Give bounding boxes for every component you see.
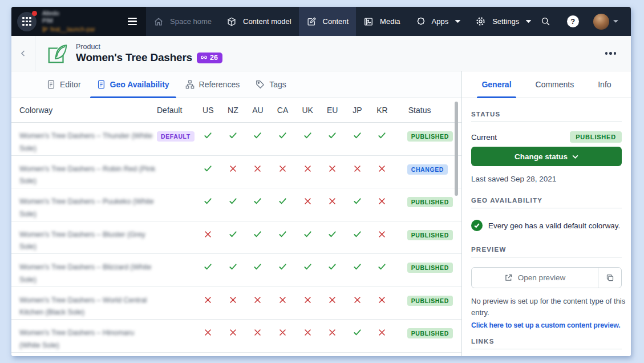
cross-icon-us[interactable]	[196, 221, 221, 254]
cross-icon-eu[interactable]	[320, 320, 345, 352]
check-icon-au[interactable]	[245, 221, 270, 254]
cross-icon-kr[interactable]	[370, 156, 395, 188]
cross-icon-jp[interactable]	[345, 287, 370, 320]
check-icon-kr[interactable]	[370, 254, 395, 287]
org-space: PIM	[42, 17, 95, 25]
nav-apps[interactable]: Apps	[408, 7, 468, 36]
check-icon-nz[interactable]	[221, 123, 246, 155]
cross-icon-au[interactable]	[245, 320, 270, 352]
nav-media[interactable]: Media	[356, 7, 407, 36]
tab-editor[interactable]: Editor	[39, 71, 89, 98]
tab-geo-availability[interactable]: Geo Availability	[89, 71, 177, 98]
cross-icon-kr[interactable]	[370, 221, 395, 254]
cross-icon-jp[interactable]	[345, 156, 370, 188]
help-button[interactable]: ?	[566, 11, 580, 33]
check-icon-us[interactable]	[196, 188, 221, 221]
cross-icon-us[interactable]	[196, 320, 221, 352]
chevron-down-icon	[455, 20, 460, 23]
check-icon-jp[interactable]	[345, 123, 370, 155]
cross-icon-kr[interactable]	[370, 188, 395, 221]
tab-references[interactable]: References	[177, 71, 248, 98]
check-icon-ca[interactable]	[270, 188, 295, 221]
back-button[interactable]	[11, 36, 35, 71]
check-icon-jp[interactable]	[345, 254, 370, 287]
preview-setup-link[interactable]: Click here to set up a custom content pr…	[471, 321, 622, 329]
tab-general[interactable]: General	[481, 71, 511, 98]
change-status-button[interactable]: Change status	[471, 147, 622, 166]
check-icon-us[interactable]	[196, 254, 221, 287]
colorway-row[interactable]: Women's Tree Dashers – Thunder (White So…	[11, 123, 461, 156]
cross-icon-ca[interactable]	[270, 156, 295, 188]
colorway-row[interactable]: Women's Tree Dashers – World Central Kit…	[11, 287, 461, 320]
colorway-row[interactable]: Women's Tree Dashers – Puukeko (White So…	[11, 188, 461, 221]
references-icon	[185, 80, 195, 89]
check-icon-uk[interactable]	[295, 221, 320, 254]
check-icon-us[interactable]	[196, 156, 221, 188]
cross-icon-nz[interactable]	[221, 320, 246, 352]
last-saved: Last saved Sep 28, 2021	[471, 175, 622, 183]
col-nz: NZ	[221, 106, 246, 115]
check-icon-eu[interactable]	[320, 123, 345, 155]
cross-icon-nz[interactable]	[221, 156, 246, 188]
check-icon-nz[interactable]	[221, 254, 246, 287]
cross-icon-eu[interactable]	[320, 287, 345, 320]
cross-icon-eu[interactable]	[320, 188, 345, 221]
cross-icon-uk[interactable]	[295, 287, 320, 320]
cross-icon-ca[interactable]	[270, 320, 295, 352]
row-status-badge: PUBLISHED	[407, 197, 453, 207]
tab-comments[interactable]: Comments	[536, 71, 574, 98]
check-icon-uk[interactable]	[295, 123, 320, 155]
cross-icon-kr[interactable]	[370, 287, 395, 320]
account-menu[interactable]	[593, 14, 618, 30]
links-count-badge[interactable]: 26	[197, 53, 222, 63]
check-icon-nz[interactable]	[221, 188, 246, 221]
nav-space-home[interactable]: Space home	[146, 7, 219, 36]
copy-preview-link-button[interactable]	[598, 268, 621, 288]
cross-icon-kr[interactable]	[370, 320, 395, 352]
check-icon-eu[interactable]	[320, 221, 345, 254]
cross-icon-eu[interactable]	[320, 156, 345, 188]
tab-tags[interactable]: Tags	[248, 71, 294, 98]
cross-icon-uk[interactable]	[295, 320, 320, 352]
row-status-badge: PUBLISHED	[407, 296, 453, 306]
check-icon-uk[interactable]	[295, 254, 320, 287]
cross-icon-uk[interactable]	[295, 156, 320, 188]
table-scrollbar[interactable]	[455, 102, 458, 196]
check-icon-kr[interactable]	[370, 123, 395, 155]
cross-icon-au[interactable]	[245, 156, 270, 188]
help-icon: ?	[567, 15, 579, 27]
tab-info[interactable]: Info	[598, 71, 611, 98]
app-launcher-icon[interactable]	[17, 12, 37, 31]
col-uk: UK	[295, 106, 320, 115]
search-button[interactable]	[538, 11, 552, 33]
nav-content-model[interactable]: Content model	[219, 7, 299, 36]
colorway-row[interactable]: Women's Tree Dashers – Blizzard (White S…	[11, 254, 461, 287]
org-block[interactable]: Altedo PIM feat__launch-par	[11, 7, 146, 36]
colorway-row[interactable]: Women's Tree Dashers – Bluster (Grey Sol…	[11, 221, 461, 255]
colorway-row[interactable]: Women's Tree Dashers – Hinomaru (White S…	[11, 320, 461, 353]
check-icon-us[interactable]	[196, 123, 221, 155]
cross-icon-au[interactable]	[245, 287, 270, 320]
nav-settings[interactable]: Settings	[468, 7, 538, 36]
check-icon-ca[interactable]	[270, 123, 295, 155]
open-preview-button[interactable]: Open preview	[472, 268, 598, 288]
check-icon-jp[interactable]	[345, 320, 370, 352]
hamburger-menu[interactable]	[128, 18, 137, 25]
check-icon-ca[interactable]	[270, 221, 295, 254]
check-icon-ca[interactable]	[270, 254, 295, 287]
cross-icon-us[interactable]	[196, 287, 221, 320]
check-icon-nz[interactable]	[221, 221, 246, 254]
check-icon-jp[interactable]	[345, 221, 370, 254]
check-icon-au[interactable]	[245, 188, 270, 221]
colorway-row[interactable]: Women's Tree Dashers – Robin Red (Pink S…	[11, 156, 461, 189]
cross-icon-uk[interactable]	[295, 188, 320, 221]
nav-content[interactable]: Content	[299, 7, 357, 36]
check-icon-jp[interactable]	[345, 188, 370, 221]
entry-actions-menu[interactable]	[605, 52, 617, 55]
cross-icon-ca[interactable]	[270, 287, 295, 320]
cross-icon-nz[interactable]	[221, 287, 246, 320]
check-icon-eu[interactable]	[320, 254, 345, 287]
check-icon-au[interactable]	[245, 123, 270, 155]
check-icon-au[interactable]	[245, 254, 270, 287]
row-status-badge: CHANGED	[407, 164, 448, 175]
